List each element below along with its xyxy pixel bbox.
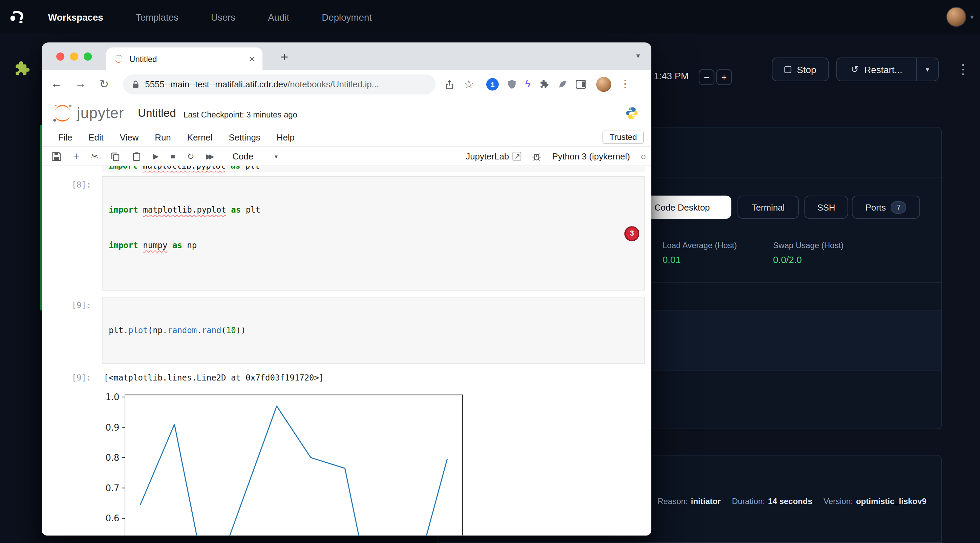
coder-logo[interactable]: [5, 10, 30, 24]
restart-options-chevron[interactable]: ▾: [917, 57, 939, 81]
reload-icon[interactable]: ↻: [99, 77, 109, 91]
cut-cell-icon[interactable]: ✂: [91, 152, 99, 160]
toolbar-right-group: JupyterLab ↗ Python 3 (ipykernel) ○: [466, 151, 651, 162]
browser-profile-avatar[interactable]: [596, 76, 611, 91]
terminal-label: Terminal: [751, 202, 784, 212]
menu-edit[interactable]: Edit: [88, 132, 103, 142]
menu-run[interactable]: Run: [155, 132, 171, 142]
tab-search-chevron-icon[interactable]: ▾: [636, 51, 640, 60]
clipped-cell: import matplotlib.pyplot as plt: [102, 166, 645, 172]
navbar-user-menu[interactable]: ▾: [947, 8, 974, 26]
nav-item-templates[interactable]: Templates: [136, 11, 178, 22]
build-duration-label: Duration:: [732, 497, 765, 506]
forward-icon[interactable]: →: [75, 78, 86, 91]
code-input[interactable]: plt.plot(np.random.rand(10)): [102, 297, 645, 364]
bookmark-star-icon[interactable]: ☆: [464, 77, 474, 91]
menu-kernel[interactable]: Kernel: [187, 132, 213, 142]
leaf-extension-icon[interactable]: [557, 79, 568, 89]
nav-item-deployment[interactable]: Deployment: [322, 11, 372, 22]
side-panel-icon[interactable]: [575, 79, 586, 88]
output-prompt: [9]:: [42, 369, 91, 383]
open-jupyterlab-link[interactable]: JupyterLab ↗: [466, 151, 522, 162]
new-tab-button[interactable]: +: [276, 48, 293, 66]
code-cell-9[interactable]: [9]: plt.plot(np.random.rand(10)): [42, 297, 652, 364]
password-manager-icon[interactable]: 1: [486, 78, 499, 90]
share-icon[interactable]: [445, 79, 455, 89]
browser-tab-strip: Untitled × + ▾: [42, 43, 652, 70]
restart-icon: ↺: [851, 64, 858, 75]
stop-label: Stop: [797, 64, 816, 75]
jupyter-toolbar: + ✂ ▶ ■ ↻ ▶▶ Code ▾: [42, 147, 652, 166]
svg-text:0.6: 0.6: [105, 513, 119, 523]
code-desktop-button[interactable]: Code Desktop: [639, 196, 731, 219]
restart-workspace-button[interactable]: ↺ Restart...: [836, 57, 917, 81]
add-cell-icon[interactable]: +: [73, 151, 79, 162]
save-icon[interactable]: [52, 152, 61, 161]
output-repr: [<matplotlib.lines.Line2D at 0x7fd03f191…: [103, 369, 324, 383]
user-avatar[interactable]: [947, 8, 966, 26]
kernel-name[interactable]: Python 3 (ipykernel): [552, 151, 630, 162]
build-duration-value: 14 seconds: [768, 497, 812, 506]
stop-icon: [784, 66, 791, 73]
lock-icon: [132, 79, 140, 88]
trusted-button[interactable]: Trusted: [603, 131, 644, 144]
cell-type-dropdown[interactable]: Code ▾: [232, 151, 278, 162]
swap-usage-label: Swap Usage (Host): [773, 241, 880, 250]
terminal-button[interactable]: Terminal: [738, 196, 799, 219]
copy-cell-icon[interactable]: [110, 152, 120, 161]
input-prompt: [8]:: [42, 176, 91, 189]
stop-workspace-button[interactable]: Stop: [772, 57, 829, 81]
notebook-favicon: [114, 54, 124, 64]
external-link-icon: ↗: [513, 152, 522, 160]
code-line: import numpy as np: [109, 239, 638, 251]
notebook-title[interactable]: Untitled: [138, 106, 176, 120]
run-cell-icon[interactable]: ▶: [153, 152, 159, 160]
kebab-menu-icon[interactable]: ⋮: [956, 61, 970, 78]
browser-toolbar: ← → ↻ 5555--main--test--matifali.atif.cd…: [42, 70, 652, 98]
cell-type-value: Code: [232, 151, 253, 162]
ports-button[interactable]: Ports 7: [852, 196, 920, 219]
checkpoint-status: Last Checkpoint: 3 minutes ago: [183, 110, 298, 119]
nav-item-users[interactable]: Users: [211, 11, 235, 22]
tab-close-icon[interactable]: ×: [249, 54, 255, 64]
restart-kernel-icon[interactable]: ↻: [187, 152, 194, 160]
window-minimize-button[interactable]: [70, 52, 78, 60]
menu-settings[interactable]: Settings: [229, 132, 260, 142]
jupyterlab-label: JupyterLab: [466, 151, 509, 162]
restart-label: Restart...: [864, 64, 902, 75]
code-desktop-label: Code Desktop: [654, 202, 710, 212]
debugger-bug-icon[interactable]: [532, 152, 541, 161]
run-all-icon[interactable]: ▶▶: [206, 153, 214, 159]
zoom-in-button[interactable]: +: [716, 70, 732, 85]
code-cell-8[interactable]: [8]: import matplotlib.pyplot as plt imp…: [42, 176, 652, 291]
menu-help[interactable]: Help: [277, 132, 294, 142]
python-logo: [625, 106, 639, 120]
zoom-out-button[interactable]: −: [698, 70, 714, 85]
nav-item-audit[interactable]: Audit: [268, 11, 289, 22]
build-info-row: Reason:initiator Duration:14 seconds Ver…: [658, 497, 926, 506]
browser-tab[interactable]: Untitled ×: [106, 48, 262, 70]
window-close-button[interactable]: [56, 52, 64, 60]
back-icon[interactable]: ←: [51, 78, 62, 91]
paste-cell-icon[interactable]: [132, 152, 141, 161]
menu-file[interactable]: File: [58, 132, 72, 142]
browser-menu-kebab-icon[interactable]: ⋮: [620, 78, 630, 91]
load-average-value: 0.01: [662, 254, 769, 265]
interrupt-kernel-icon[interactable]: ■: [171, 152, 175, 160]
swap-usage-value: 0.0/2.0: [773, 254, 880, 265]
ssh-label: SSH: [817, 202, 835, 212]
code-input[interactable]: import matplotlib.pyplot as plt import n…: [102, 176, 645, 291]
url-domain: 5555--main--test--matifali.atif.cdr.dev: [145, 79, 288, 89]
chevron-down-icon: ▾: [275, 153, 278, 159]
input-prompt: [9]:: [42, 297, 91, 310]
menu-view[interactable]: View: [120, 132, 139, 142]
extension-puzzle-icon[interactable]: [13, 59, 31, 81]
top-navbar: Workspaces Templates Users Audit Deploym…: [0, 0, 980, 35]
shield-extension-icon[interactable]: [507, 79, 517, 89]
lightning-extension-icon[interactable]: ϟ: [525, 79, 531, 90]
window-zoom-button[interactable]: [84, 52, 92, 60]
extensions-puzzle-icon[interactable]: [538, 79, 549, 89]
nav-item-workspaces[interactable]: Workspaces: [48, 11, 103, 22]
ssh-button[interactable]: SSH: [804, 196, 848, 219]
address-bar[interactable]: 5555--main--test--matifali.atif.cdr.dev …: [123, 74, 436, 94]
